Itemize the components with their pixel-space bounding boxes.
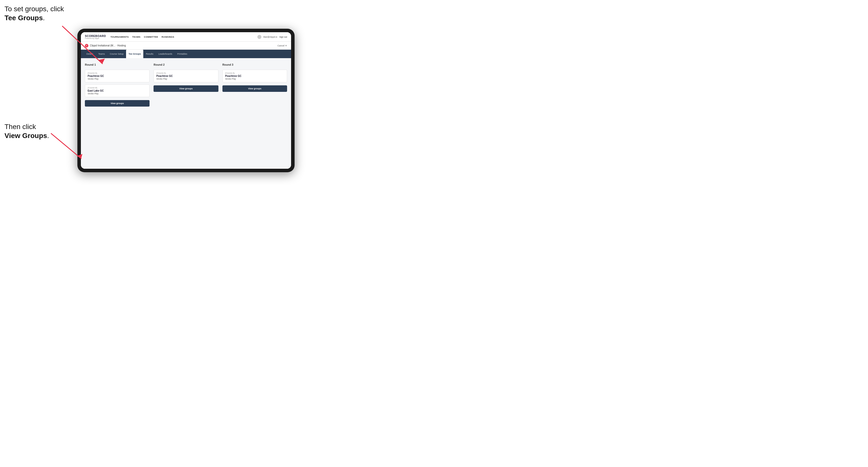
- course-a-type-r2: Stroke Play: [156, 77, 215, 80]
- tablet-screen: SCOREBOARD Powered by clippit TOURNAMENT…: [81, 32, 291, 169]
- instruction-bottom: Then click View Groups.: [4, 122, 49, 141]
- tournament-name: Clippd Invitational (M... · Hosting: [90, 44, 277, 47]
- content-area: Round 1 (Course A) Peachtree GC Stroke P…: [81, 58, 291, 169]
- nav-links: TOURNAMENTS TEAMS COMMITTEE RANKINGS: [110, 36, 257, 38]
- logo-subtext: Powered by clippit: [85, 37, 106, 39]
- svg-line-2: [51, 133, 81, 158]
- tab-leaderboards[interactable]: Leaderboards: [156, 50, 175, 58]
- sign-out-link[interactable]: Sign out: [279, 36, 287, 38]
- course-a-type-r1: Stroke Play: [88, 77, 147, 80]
- view-groups-button-r2[interactable]: View groups: [154, 85, 218, 92]
- view-groups-emphasis: View Groups: [4, 132, 47, 139]
- user-avatar: [257, 35, 261, 39]
- round-3-column: Round 3 (Course A) Peachtree GC Stroke P…: [222, 63, 287, 106]
- tab-details[interactable]: Details: [84, 50, 96, 58]
- round-2-course-a: (Course A) Peachtree GC Stroke Play: [154, 70, 218, 82]
- round-1-column: Round 1 (Course A) Peachtree GC Stroke P…: [85, 63, 150, 106]
- course-b-name-r1: East Lake GC: [88, 89, 147, 92]
- nav-user-area: blair@clippd.io Sign out: [257, 35, 287, 39]
- tab-teams[interactable]: Teams: [96, 50, 107, 58]
- course-b-label-r1: (Course B): [88, 87, 147, 89]
- tab-tee-groups[interactable]: Tee Groups: [126, 50, 143, 58]
- course-a-label-r3: (Course A): [225, 72, 284, 74]
- rounds-grid: Round 1 (Course A) Peachtree GC Stroke P…: [85, 63, 287, 106]
- round-1-course-a: (Course A) Peachtree GC Stroke Play: [85, 70, 150, 82]
- round-3-course-a: (Course A) Peachtree GC Stroke Play: [222, 70, 287, 82]
- cancel-button[interactable]: Cancel ✕: [277, 44, 287, 47]
- instruction-top: To set groups, click Tee Groups.: [4, 4, 64, 23]
- view-groups-button-r1[interactable]: View groups: [85, 100, 150, 106]
- tee-groups-emphasis: Tee Groups: [4, 14, 43, 22]
- course-a-label-r2: (Course A): [156, 72, 215, 74]
- user-email: blair@clippd.io: [264, 36, 277, 38]
- course-a-name-r1: Peachtree GC: [88, 74, 147, 77]
- tab-bar: Details Teams Course Setup Tee Groups Re…: [81, 50, 291, 58]
- round-2-title: Round 2: [154, 63, 218, 66]
- course-a-label-r1: (Course A): [88, 72, 147, 74]
- round-2-column: Round 2 (Course A) Peachtree GC Stroke P…: [154, 63, 218, 106]
- tab-course-setup[interactable]: Course Setup: [107, 50, 126, 58]
- round-1-title: Round 1: [85, 63, 150, 66]
- top-navbar: SCOREBOARD Powered by clippit TOURNAMENT…: [81, 32, 291, 42]
- logo-text: SCOREBOARD: [85, 34, 106, 37]
- tab-results[interactable]: Results: [143, 50, 156, 58]
- tournament-logo-c: C: [85, 44, 88, 48]
- tablet-device: SCOREBOARD Powered by clippit TOURNAMENT…: [78, 29, 294, 172]
- view-groups-button-r3[interactable]: View groups: [222, 85, 287, 92]
- course-a-type-r3: Stroke Play: [225, 77, 284, 80]
- course-b-type-r1: Stroke Play: [88, 92, 147, 95]
- nav-rankings[interactable]: RANKINGS: [161, 36, 174, 38]
- round-1-course-b: (Course B) East Lake GC Stroke Play: [85, 84, 150, 97]
- tab-printables[interactable]: Printables: [175, 50, 190, 58]
- course-a-name-r2: Peachtree GC: [156, 74, 215, 77]
- nav-committee[interactable]: COMMITTEE: [144, 36, 158, 38]
- nav-teams[interactable]: TEAMS: [132, 36, 141, 38]
- course-a-name-r3: Peachtree GC: [225, 74, 284, 77]
- logo: SCOREBOARD Powered by clippit: [85, 34, 106, 39]
- nav-tournaments[interactable]: TOURNAMENTS: [110, 36, 129, 38]
- round-3-title: Round 3: [222, 63, 287, 66]
- tournament-bar: C Clippd Invitational (M... · Hosting Ca…: [81, 42, 291, 50]
